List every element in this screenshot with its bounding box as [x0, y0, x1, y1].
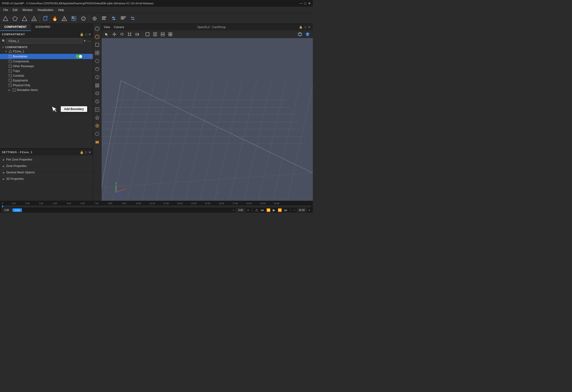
menu-edit[interactable]: Edit — [10, 7, 20, 13]
toolbar-sliders2[interactable] — [128, 14, 137, 23]
tree-item-physical[interactable]: Physical Only — [0, 83, 93, 88]
toolbar-settings-sliders[interactable] — [109, 14, 118, 23]
tree-item-conduits[interactable]: Conduits — [0, 73, 93, 78]
timeline-tick-9: 9.00 — [122, 202, 136, 204]
timeline-speed-minus[interactable]: − — [232, 208, 235, 212]
sidebar-icon-cube-top[interactable] — [93, 25, 101, 32]
viewport-lock-icon[interactable]: 🔒 — [299, 26, 302, 29]
timeline-skip-back[interactable]: ⏮ — [260, 208, 265, 212]
vp-view-single[interactable] — [144, 31, 151, 37]
toolbar-sphere[interactable] — [79, 14, 88, 23]
tree-item-boundaries[interactable]: Boundaries 1 — [0, 54, 93, 59]
settings-zone[interactable]: ▶ Zone Properties — [0, 163, 93, 169]
toolbar-block[interactable] — [69, 14, 78, 23]
toolbar-new-triangle[interactable] — [1, 14, 10, 23]
toolbar-cube-blue[interactable] — [41, 14, 50, 23]
sidebar-icon-cube2[interactable] — [93, 98, 101, 105]
vp-cube-icon[interactable] — [297, 31, 303, 37]
svg-marker-1 — [13, 16, 17, 21]
viewport-restore-icon[interactable]: □ — [304, 26, 306, 29]
tree-item-trays[interactable]: Trays — [0, 69, 93, 73]
tree-root-compartments[interactable]: ▼ COMPARTMENTS — [0, 45, 93, 49]
search-more-icon[interactable]: ⋯ — [87, 39, 91, 43]
toolbar-grid-settings[interactable] — [119, 14, 128, 23]
panel-close-icon[interactable]: ✕ — [88, 33, 91, 36]
search-input[interactable] — [6, 39, 82, 43]
sidebar-icon-layers[interactable] — [93, 81, 101, 89]
sidebar-icon-sphere2[interactable] — [93, 90, 101, 97]
sidebar-icon-cube-outline[interactable] — [93, 41, 101, 48]
panel-maximize-icon[interactable]: □ — [85, 33, 87, 36]
tree-item-raceways[interactable]: Other Raceways — [0, 64, 93, 69]
vp-select-tool[interactable] — [103, 31, 110, 37]
timeline-step-forward[interactable]: ⏩ — [277, 208, 283, 212]
sidebar-icon-pin[interactable] — [93, 114, 101, 122]
toolbar-triangle-star[interactable]: ★ — [30, 14, 39, 23]
minimize-button[interactable]: ─ — [300, 1, 302, 5]
sidebar-icon-box2[interactable] — [93, 65, 101, 73]
toolbar-fire[interactable]: 🔥 — [50, 14, 59, 23]
timeline-zoom-minus[interactable]: − — [293, 208, 296, 212]
vp-camera-tool[interactable] — [134, 31, 141, 37]
sidebar-icon-3d-box[interactable] — [93, 130, 101, 138]
sidebar-icon-box3[interactable] — [93, 73, 101, 81]
viewport-camera-label[interactable]: Camera — [114, 26, 124, 29]
timeline-tick-10: 10.00 — [136, 202, 150, 204]
viewport-close-icon[interactable]: ✕ — [308, 26, 310, 29]
tree-item-equipments[interactable]: Equipments — [0, 78, 93, 83]
vp-move-tool[interactable] — [111, 31, 118, 37]
svg-rect-75 — [95, 108, 99, 111]
settings-lock-icon[interactable]: 🔒 — [80, 151, 84, 154]
menu-file[interactable]: File — [1, 7, 10, 13]
vp-view-quad[interactable] — [167, 31, 174, 37]
settings-fire-zone[interactable]: ▶ Fire Zone Properties — [0, 157, 93, 163]
tree-item-fzone[interactable]: ▼ FZone_1 — [0, 49, 93, 54]
menu-help[interactable]: Help — [56, 7, 66, 13]
toolbar-mesh-triangle[interactable] — [60, 14, 69, 23]
toolbar-wrench[interactable] — [90, 14, 99, 23]
svg-rect-82 — [95, 141, 99, 143]
tab-compartment[interactable]: COMPARTMENT — [0, 24, 31, 31]
timeline-zoom-plus[interactable]: + — [308, 208, 311, 212]
toolbar-text[interactable] — [100, 14, 109, 23]
tree-item-simulation[interactable]: ▶ Simulation Items — [0, 88, 93, 93]
restore-button[interactable]: □ — [304, 1, 306, 5]
search-dropdown-arrow[interactable]: ▼ — [83, 39, 86, 43]
settings-panel-controls: 🔒 □ ✕ — [80, 151, 91, 154]
timeline-bar[interactable] — [2, 205, 311, 207]
menu-window[interactable]: Window — [20, 7, 35, 13]
vp-rotate-tool[interactable] — [119, 31, 125, 37]
timeline-step-back[interactable]: ⏪ — [266, 208, 271, 212]
settings-maximize-icon[interactable]: □ — [85, 151, 87, 154]
sidebar-icon-cube-orange[interactable] — [93, 33, 101, 41]
settings-mesh[interactable]: ▶ General Mesh Options — [0, 169, 93, 176]
vp-cube-blue-solid[interactable] — [304, 31, 311, 37]
fzone-icon — [9, 50, 12, 53]
svg-rect-93 — [146, 33, 149, 36]
viewport-view-label[interactable]: View — [104, 26, 110, 29]
vp-scale-tool[interactable] — [126, 31, 133, 37]
settings-3d[interactable]: ▶ 3D Properties — [0, 176, 93, 182]
timeline-play[interactable]: ▶ — [272, 208, 276, 212]
sidebar-icon-box1[interactable] — [93, 57, 101, 65]
sidebar-icon-flat-box[interactable] — [93, 138, 101, 146]
sidebar-icon-gridded[interactable] — [93, 106, 101, 113]
timeline-speed-plus[interactable]: + — [246, 208, 250, 212]
panel-lock-icon[interactable]: 🔒 — [80, 33, 84, 36]
vp-view-split-h[interactable] — [159, 31, 166, 37]
toolbar-triangle-plain[interactable] — [20, 14, 29, 23]
timeline-skip-forward[interactable]: ⏭ — [284, 208, 288, 212]
toolbar-open[interactable] — [11, 14, 19, 23]
sidebar-icon-grid[interactable] — [93, 49, 101, 57]
boundaries-toggle[interactable] — [76, 55, 82, 58]
timeline-tick-1: 1.00 — [11, 202, 25, 204]
tree-item-components[interactable]: Components — [0, 59, 93, 64]
tree-view: ▼ COMPARTMENTS ▼ FZone_1 Boundaries 1 — [0, 44, 93, 148]
sidebar-icon-circle-dot[interactable] — [93, 122, 101, 129]
timeline-tick-18: 18.00 — [246, 202, 260, 204]
close-button[interactable]: ✕ — [308, 1, 311, 5]
settings-close-icon[interactable]: ✕ — [88, 151, 91, 154]
menu-visualization[interactable]: Visualization — [35, 7, 56, 13]
vp-view-split-v[interactable] — [152, 31, 159, 37]
tab-scenario[interactable]: SCENARIO — [31, 24, 55, 31]
